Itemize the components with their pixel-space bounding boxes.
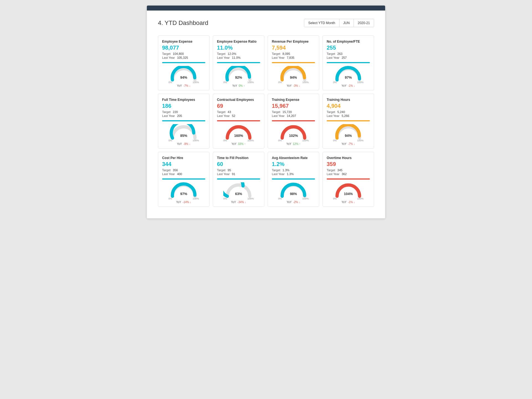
card-cost-per-hire: Cost Per Hire 344 Target 356 Last Year 4…: [158, 152, 209, 207]
page-title: 4. YTD Dashboard: [158, 19, 208, 27]
card-title-avg-absenteeism: Avg Absenteeism Rate: [272, 156, 315, 160]
svg-text:104%: 104%: [344, 192, 353, 196]
card-title-revenue-per-employee: Revenue Per Employee: [272, 40, 315, 44]
gauge-svg: 63%: [223, 182, 254, 198]
svg-text:102%: 102%: [289, 134, 298, 138]
card-lastyear-row-employee-expense: Last Year 105,325: [162, 56, 205, 59]
gauge-area-training-hours: 94% 0% 100% YoY -7% ↓: [327, 124, 370, 145]
gauge-labels-contractual-employees: 0% 100%: [223, 139, 254, 142]
card-title-employee-expense-ratio: Employee Expense Ratio: [217, 40, 260, 44]
gauge-labels-avg-absenteeism: 0% 100%: [278, 197, 309, 200]
card-title-cost-per-hire: Cost Per Hire: [162, 156, 205, 160]
card-bar-training-expense: [272, 120, 315, 121]
card-target-row-employee-expense-ratio: Target 12.0%: [217, 52, 260, 55]
gauge-svg: 94%: [168, 66, 199, 82]
card-target-row-overtime-hours: Target 345: [327, 168, 370, 172]
card-title-contractual-employees: Contractual Employees: [217, 98, 260, 102]
yoy-row-training-expense: YoY 12% ↑: [286, 142, 300, 145]
card-target-row-revenue-per-employee: Target 8,095: [272, 52, 315, 55]
card-target-row-employee-expense: Target 104,800: [162, 52, 205, 55]
gauge-labels-revenue-per-employee: 0% 100%: [278, 81, 309, 84]
yoy-row-revenue-per-employee: YoY -3% ↓: [287, 84, 300, 87]
card-lastyear-row-full-time-employees: Last Year 205: [162, 114, 205, 117]
gauge-area-revenue-per-employee: 94% 0% 100% YoY -3% ↓: [272, 66, 315, 87]
card-target-row-time-to-fill: Target 95: [217, 168, 260, 172]
yoy-row-overtime-hours: YoY -1% ↓: [342, 201, 355, 204]
card-bar-cost-per-hire: [162, 178, 205, 180]
card-title-employee-expense: Employee Expense: [162, 40, 205, 44]
gauge-area-overtime-hours: 104% 0% 100% YoY -1% ↓: [327, 182, 370, 204]
card-value-full-time-employees: 186: [162, 103, 205, 109]
card-lastyear-row-time-to-fill: Last Year 91: [217, 172, 260, 176]
card-title-full-time-employees: Full Time Employees: [162, 98, 205, 102]
yoy-row-no-employees-fte: YoY -1% ↓: [342, 84, 355, 87]
yoy-row-avg-absenteeism: YoY -2% ↓: [287, 201, 300, 204]
card-title-training-hours: Training Hours: [327, 98, 370, 102]
yoy-row-training-hours: YoY -7% ↓: [342, 142, 355, 145]
dashboard-container: 4. YTD Dashboard Select YTD Month JUN 20…: [147, 6, 385, 218]
card-target-row-training-expense: Target 15,720: [272, 110, 315, 114]
gauge-area-contractual-employees: 160% 0% 100% YoY 33% ↑: [217, 124, 260, 145]
yoy-row-time-to-fill: YoY -34% ↓: [231, 201, 246, 204]
gauge-labels-training-hours: 0% 100%: [333, 139, 364, 142]
cards-container: Employee Expense 98,077 Target 104,800 L…: [158, 35, 374, 207]
gauge-svg: 160%: [223, 124, 254, 140]
card-bar-avg-absenteeism: [272, 178, 315, 180]
svg-text:94%: 94%: [180, 76, 187, 80]
card-title-overtime-hours: Overtime Hours: [327, 156, 370, 160]
select-ytd-month-button[interactable]: Select YTD Month: [304, 19, 339, 27]
card-lastyear-row-revenue-per-employee: Last Year 7,835: [272, 56, 315, 59]
card-target-row-cost-per-hire: Target 356: [162, 168, 205, 172]
dashboard-content: 4. YTD Dashboard Select YTD Month JUN 20…: [147, 11, 385, 218]
cards-row-1: Full Time Employees 186 Target 220 Last …: [158, 94, 374, 149]
card-overtime-hours: Overtime Hours 359 Target 345 Last Year …: [323, 152, 374, 207]
card-revenue-per-employee: Revenue Per Employee 7,594 Target 8,095 …: [268, 35, 319, 90]
card-target-row-avg-absenteeism: Target 1.3%: [272, 168, 315, 172]
gauge-svg: 104%: [333, 182, 364, 198]
card-value-avg-absenteeism: 1.2%: [272, 161, 315, 167]
card-bar-no-employees-fte: [327, 62, 370, 63]
yoy-row-full-time-employees: YoY -9% ↓: [177, 142, 191, 145]
card-training-hours: Training Hours 4,904 Target 5,240 Last Y…: [323, 94, 374, 149]
card-value-contractual-employees: 69: [217, 103, 260, 109]
card-value-overtime-hours: 359: [327, 161, 370, 167]
yoy-row-employee-expense: YoY -7% ↓: [177, 84, 191, 87]
card-lastyear-row-cost-per-hire: Last Year 400: [162, 172, 205, 176]
card-employee-expense: Employee Expense 98,077 Target 104,800 L…: [158, 35, 209, 90]
yoy-row-cost-per-hire: YoY -14% ↓: [176, 201, 191, 204]
card-full-time-employees: Full Time Employees 186 Target 220 Last …: [158, 94, 209, 149]
svg-text:85%: 85%: [180, 134, 187, 138]
svg-text:98%: 98%: [290, 192, 297, 196]
card-target-row-full-time-employees: Target 220: [162, 110, 205, 114]
svg-text:94%: 94%: [290, 76, 297, 80]
gauge-svg: 85%: [168, 124, 199, 140]
gauge-svg: 94%: [278, 66, 309, 82]
svg-text:94%: 94%: [345, 134, 352, 138]
svg-text:160%: 160%: [234, 134, 243, 138]
card-value-time-to-fill: 60: [217, 161, 260, 167]
cards-row-0: Employee Expense 98,077 Target 104,800 L…: [158, 35, 374, 90]
year-button[interactable]: 2020-21: [354, 19, 374, 27]
gauge-svg: 94%: [333, 124, 364, 140]
card-value-employee-expense-ratio: 11.0%: [217, 45, 260, 51]
svg-text:63%: 63%: [235, 192, 242, 196]
card-target-row-training-hours: Target 5,240: [327, 110, 370, 114]
card-lastyear-row-training-expense: Last Year 14,207: [272, 114, 315, 117]
card-lastyear-row-no-employees-fte: Last Year 257: [327, 56, 370, 59]
gauge-area-no-employees-fte: 97% 0% 100% YoY -1% ↓: [327, 66, 370, 87]
card-lastyear-row-training-hours: Last Year 5,266: [327, 114, 370, 117]
cards-row-2: Cost Per Hire 344 Target 356 Last Year 4…: [158, 152, 374, 207]
gauge-area-training-expense: 102% 0% 100% YoY 12% ↑: [272, 124, 315, 145]
gauge-labels-training-expense: 0% 100%: [278, 139, 309, 142]
gauge-area-avg-absenteeism: 98% 0% 100% YoY -2% ↓: [272, 182, 315, 204]
gauge-labels-overtime-hours: 0% 100%: [333, 197, 364, 200]
yoy-row-contractual-employees: YoY 33% ↑: [231, 142, 245, 145]
card-value-revenue-per-employee: 7,594: [272, 45, 315, 51]
month-button[interactable]: JUN: [339, 19, 354, 27]
gauge-svg: 98%: [278, 182, 309, 198]
card-value-cost-per-hire: 344: [162, 161, 205, 167]
card-contractual-employees: Contractual Employees 69 Target 43 Last …: [213, 94, 264, 149]
card-bar-full-time-employees: [162, 120, 205, 121]
card-bar-employee-expense: [162, 62, 205, 63]
card-bar-time-to-fill: [217, 178, 260, 180]
